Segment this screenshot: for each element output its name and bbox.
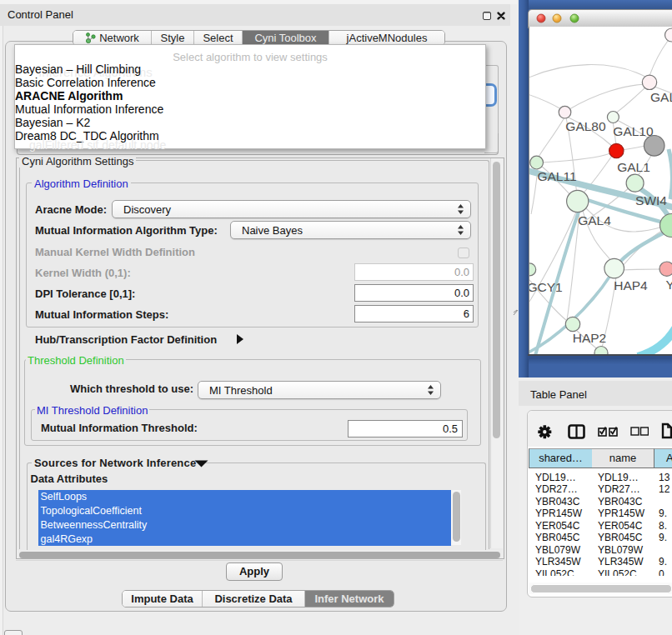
svg-text:GAL10: GAL10 bbox=[613, 124, 654, 138]
svg-text:GCY1: GCY1 bbox=[529, 280, 563, 294]
svg-text:GAL80: GAL80 bbox=[565, 119, 606, 133]
svg-text:HAP2: HAP2 bbox=[573, 331, 607, 345]
svg-text:GAL7: GAL7 bbox=[650, 90, 672, 104]
svg-text:GAL1: GAL1 bbox=[617, 160, 650, 174]
svg-text:HAP4: HAP4 bbox=[614, 278, 648, 292]
svg-text:SWI4: SWI4 bbox=[635, 193, 667, 208]
svg-text:Y: Y bbox=[666, 278, 672, 292]
svg-text:GAL11: GAL11 bbox=[537, 169, 576, 183]
svg-text:GAL4: GAL4 bbox=[578, 213, 611, 228]
